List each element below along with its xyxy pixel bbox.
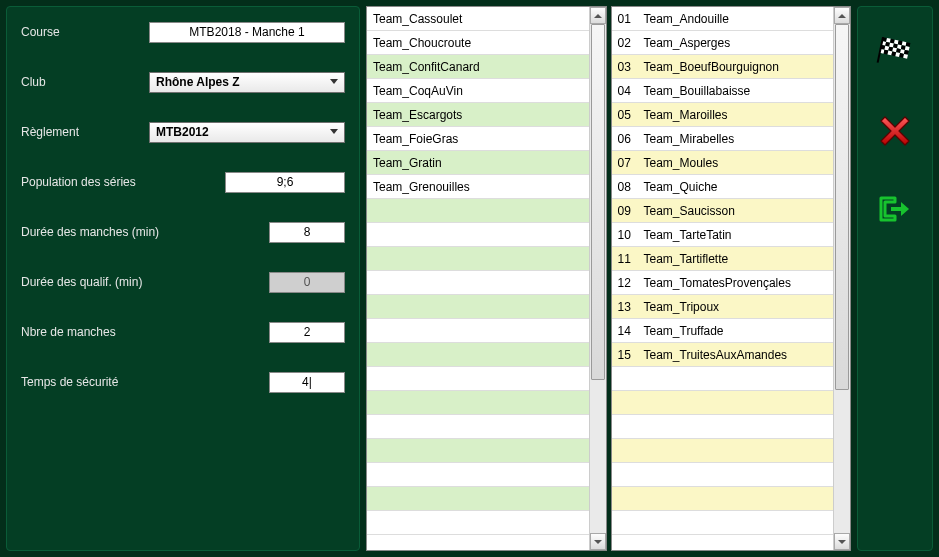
list-item[interactable] bbox=[612, 487, 834, 511]
scroll-up-icon[interactable] bbox=[834, 7, 850, 24]
population-input[interactable]: 9;6 bbox=[225, 172, 345, 193]
reglement-select[interactable]: MTB2012 bbox=[149, 122, 345, 143]
scrollbar-thumb[interactable] bbox=[835, 24, 849, 390]
list-item-number bbox=[618, 463, 644, 486]
svg-rect-19 bbox=[900, 49, 905, 54]
list-item[interactable] bbox=[367, 343, 589, 367]
scrollbar-left[interactable] bbox=[589, 7, 606, 550]
available-teams-list[interactable]: Team_CassouletTeam_ChoucrouteTeam_Confit… bbox=[366, 6, 607, 551]
list-item-label: Team_CoqAuVin bbox=[373, 79, 463, 102]
list-item[interactable] bbox=[612, 439, 834, 463]
list-item[interactable]: Team_Grenouilles bbox=[367, 175, 589, 199]
list-item-label: Team_Andouille bbox=[644, 7, 729, 30]
course-label: Course bbox=[21, 25, 149, 39]
app-window: Course MTB2018 - Manche 1 Club Rhône Alp… bbox=[0, 0, 939, 557]
svg-rect-20 bbox=[904, 50, 909, 55]
club-select[interactable]: Rhône Alpes Z bbox=[149, 72, 345, 93]
list-item[interactable]: 15Team_TruitesAuxAmandes bbox=[612, 343, 834, 367]
list-item-number: 03 bbox=[618, 55, 644, 78]
scrollbar-thumb[interactable] bbox=[591, 24, 605, 380]
list-item-number: 15 bbox=[618, 343, 644, 366]
svg-rect-17 bbox=[892, 47, 897, 52]
list-item[interactable] bbox=[367, 415, 589, 439]
list-item[interactable]: 02Team_Asperges bbox=[612, 31, 834, 55]
svg-rect-4 bbox=[898, 40, 903, 45]
course-input[interactable]: MTB2018 - Manche 1 bbox=[149, 22, 345, 43]
list-item[interactable] bbox=[367, 439, 589, 463]
list-item[interactable] bbox=[367, 511, 589, 535]
reglement-label: Règlement bbox=[21, 125, 149, 139]
list-item[interactable] bbox=[367, 367, 589, 391]
list-item[interactable]: Team_CoqAuVin bbox=[367, 79, 589, 103]
list-item-label: Team_Saucisson bbox=[644, 199, 735, 222]
duree-manches-label: Durée des manches (min) bbox=[21, 225, 221, 239]
list-item[interactable] bbox=[367, 199, 589, 223]
list-item-number: 10 bbox=[618, 223, 644, 246]
list-item-label: Team_Choucroute bbox=[373, 31, 471, 54]
list-item[interactable] bbox=[367, 391, 589, 415]
list-item[interactable] bbox=[367, 487, 589, 511]
list-item[interactable]: 10Team_TarteTatin bbox=[612, 223, 834, 247]
list-item-label: Team_Escargots bbox=[373, 103, 462, 126]
list-item[interactable] bbox=[367, 295, 589, 319]
svg-rect-8 bbox=[885, 42, 890, 47]
close-icon bbox=[877, 113, 913, 149]
duree-manches-input[interactable]: 8 bbox=[269, 222, 345, 243]
scrollbar-track[interactable] bbox=[834, 24, 850, 533]
list-item[interactable]: Team_Gratin bbox=[367, 151, 589, 175]
list-item[interactable] bbox=[612, 415, 834, 439]
list-item[interactable] bbox=[612, 463, 834, 487]
list-item[interactable]: 12Team_TomatesProvençales bbox=[612, 271, 834, 295]
list-item[interactable] bbox=[367, 223, 589, 247]
population-row: Population des séries 9;6 bbox=[21, 171, 345, 193]
list-item[interactable]: 09Team_Saucisson bbox=[612, 199, 834, 223]
list-item[interactable]: 03Team_BoeufBourguignon bbox=[612, 55, 834, 79]
list-item[interactable] bbox=[612, 391, 834, 415]
cancel-button[interactable] bbox=[873, 109, 917, 153]
available-teams-rows: Team_CassouletTeam_ChoucrouteTeam_Confit… bbox=[367, 7, 589, 550]
scrollbar-track[interactable] bbox=[590, 24, 606, 533]
list-item[interactable]: Team_Cassoulet bbox=[367, 7, 589, 31]
list-item[interactable]: 04Team_Bouillabaisse bbox=[612, 79, 834, 103]
finish-button[interactable] bbox=[873, 31, 917, 75]
list-item[interactable] bbox=[367, 271, 589, 295]
list-item[interactable] bbox=[367, 463, 589, 487]
svg-rect-18 bbox=[896, 48, 901, 53]
duree-manches-row: Durée des manches (min) 8 bbox=[21, 221, 345, 243]
list-item[interactable]: Team_Choucroute bbox=[367, 31, 589, 55]
exit-button[interactable] bbox=[873, 187, 917, 231]
list-item[interactable]: 08Team_Quiche bbox=[612, 175, 834, 199]
list-item[interactable]: 05Team_Maroilles bbox=[612, 103, 834, 127]
securite-input[interactable]: 4| bbox=[269, 372, 345, 393]
course-row: Course MTB2018 - Manche 1 bbox=[21, 21, 345, 43]
list-item[interactable] bbox=[367, 319, 589, 343]
ordered-teams-list[interactable]: 01Team_Andouille02Team_Asperges03Team_Bo… bbox=[611, 6, 852, 551]
list-item-number bbox=[618, 487, 644, 510]
svg-rect-12 bbox=[901, 45, 906, 50]
nbre-manches-input[interactable]: 2 bbox=[269, 322, 345, 343]
list-item[interactable]: Team_ConfitCanard bbox=[367, 55, 589, 79]
reglement-row: Règlement MTB2012 bbox=[21, 121, 345, 143]
list-item[interactable] bbox=[612, 367, 834, 391]
scroll-down-icon[interactable] bbox=[590, 533, 606, 550]
scroll-up-icon[interactable] bbox=[590, 7, 606, 24]
list-item[interactable]: 07Team_Moules bbox=[612, 151, 834, 175]
list-item-number: 08 bbox=[618, 175, 644, 198]
list-item[interactable] bbox=[367, 247, 589, 271]
svg-rect-3 bbox=[894, 40, 899, 45]
list-item[interactable]: 06Team_Mirabelles bbox=[612, 127, 834, 151]
list-item[interactable] bbox=[612, 511, 834, 535]
checkered-flag-icon bbox=[875, 36, 915, 70]
scroll-down-icon[interactable] bbox=[834, 533, 850, 550]
list-item-label: Team_Mirabelles bbox=[644, 127, 735, 150]
list-item-label: Team_TarteTatin bbox=[644, 223, 732, 246]
list-item[interactable]: 14Team_Truffade bbox=[612, 319, 834, 343]
list-item[interactable]: 13Team_Tripoux bbox=[612, 295, 834, 319]
list-item[interactable]: Team_FoieGras bbox=[367, 127, 589, 151]
list-item-label: Team_Truffade bbox=[644, 319, 724, 342]
list-item[interactable]: 11Team_Tartiflette bbox=[612, 247, 834, 271]
scrollbar-right[interactable] bbox=[833, 7, 850, 550]
list-item[interactable]: 01Team_Andouille bbox=[612, 7, 834, 31]
securite-label: Temps de sécurité bbox=[21, 375, 221, 389]
list-item[interactable]: Team_Escargots bbox=[367, 103, 589, 127]
